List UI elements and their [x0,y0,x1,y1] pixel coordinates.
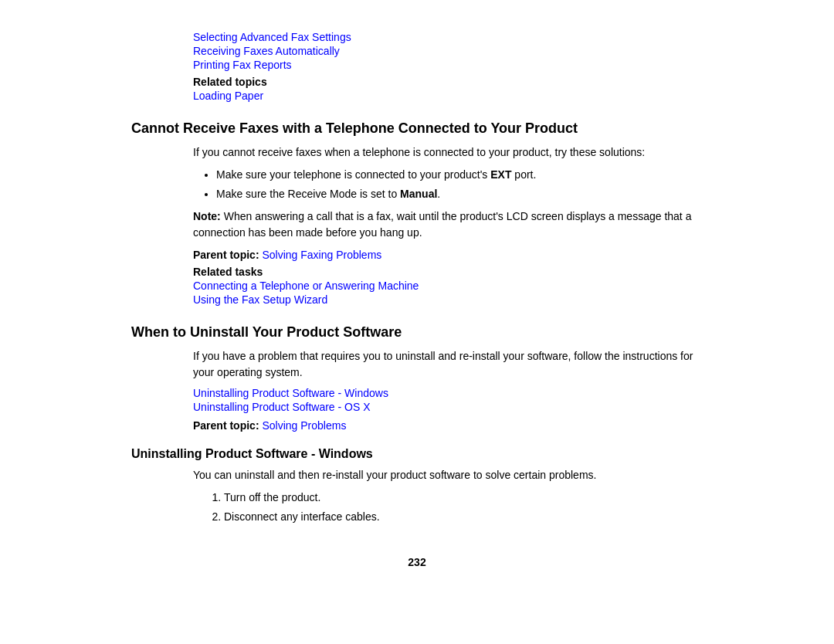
selecting-advanced-link[interactable]: Selecting Advanced Fax Settings [193,31,703,43]
uninstalling-steps: Turn off the product. Disconnect any int… [224,490,703,525]
top-links-block: Selecting Advanced Fax Settings Receivin… [193,31,703,102]
solving-problems-link[interactable]: Solving Problems [262,419,346,432]
connecting-telephone-link[interactable]: Connecting a Telephone or Answering Mach… [193,280,703,292]
note-label: Note: [193,210,221,222]
when-to-uninstall-heading: When to Uninstall Your Product Software [131,324,703,341]
uninstalling-windows-block: You can uninstall and then re-install yo… [193,467,703,525]
bullet-item-2: Make sure the Receive Mode is set to Man… [216,186,703,202]
solving-faxing-link[interactable]: Solving Faxing Problems [262,249,381,261]
page-number: 232 [131,556,703,568]
step-1: Turn off the product. [224,490,703,506]
cannot-receive-bullets: Make sure your telephone is connected to… [216,167,703,202]
parent-topic-line-1: Parent topic: Solving Faxing Problems [193,249,703,261]
printing-fax-link[interactable]: Printing Fax Reports [193,59,703,71]
uninstalling-windows-heading: Uninstalling Product Software - Windows [131,447,703,461]
cannot-receive-heading: Cannot Receive Faxes with a Telephone Co… [131,120,703,137]
related-topics-label: Related topics [193,76,703,88]
receiving-faxes-link[interactable]: Receiving Faxes Automatically [193,45,703,57]
cannot-receive-body: If you cannot receive faxes when a telep… [193,144,703,161]
page-container: Selecting Advanced Fax Settings Receivin… [116,0,718,644]
cannot-receive-block: If you cannot receive faxes when a telep… [193,144,703,306]
uninstalling-windows-link[interactable]: Uninstalling Product Software - Windows [193,387,703,399]
related-tasks-label: Related tasks [193,266,703,278]
parent-topic-label-1: Parent topic: [193,249,259,261]
uninstalling-osx-link[interactable]: Uninstalling Product Software - OS X [193,401,703,413]
using-fax-wizard-link[interactable]: Using the Fax Setup Wizard [193,293,703,306]
note-block: Note: When answering a call that is a fa… [193,208,703,241]
step-2: Disconnect any interface cables. [224,509,703,525]
loading-paper-link[interactable]: Loading Paper [193,90,703,102]
uninstalling-windows-body: You can uninstall and then re-install yo… [193,467,703,483]
parent-topic-label-2: Parent topic: [193,419,259,432]
parent-topic-line-2: Parent topic: Solving Problems [193,419,703,432]
bullet-item-1: Make sure your telephone is connected to… [216,167,703,183]
when-to-uninstall-body: If you have a problem that requires you … [193,348,703,381]
when-to-uninstall-block: If you have a problem that requires you … [193,348,703,432]
